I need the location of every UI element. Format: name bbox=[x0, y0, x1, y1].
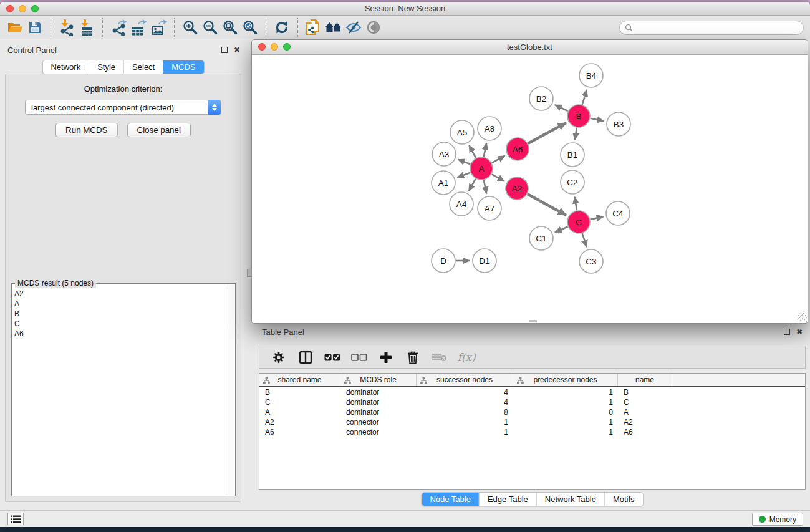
edge-a-a2[interactable] bbox=[492, 174, 504, 181]
graph-node-b1[interactable]: B1 bbox=[561, 143, 584, 167]
open-file-icon[interactable] bbox=[5, 18, 25, 37]
graph-node-b4[interactable]: B4 bbox=[579, 64, 603, 87]
float-panel-icon[interactable] bbox=[221, 47, 228, 53]
result-item-a[interactable]: A bbox=[14, 299, 224, 309]
edge-a-a4[interactable] bbox=[469, 179, 476, 191]
column-header-successor-nodes[interactable]: successor nodes bbox=[417, 374, 513, 386]
float-panel-icon[interactable] bbox=[784, 329, 790, 335]
table-tab-node-table[interactable]: Node Table bbox=[422, 493, 479, 506]
edge-a6-b[interactable] bbox=[528, 123, 566, 143]
edge-c-c4[interactable] bbox=[591, 216, 604, 220]
graph-node-a2[interactable]: A2 bbox=[506, 177, 528, 200]
save-session-icon[interactable] bbox=[25, 18, 45, 37]
graph-node-c2[interactable]: C2 bbox=[561, 170, 584, 194]
edge-a2-c[interactable] bbox=[528, 194, 566, 215]
show-eye-icon[interactable] bbox=[364, 18, 383, 37]
graph-node-b[interactable]: B bbox=[567, 105, 590, 127]
column-header-mcds-role[interactable]: MCDS role bbox=[340, 374, 417, 386]
result-item-a2[interactable]: A2 bbox=[14, 289, 224, 299]
refresh-layout-icon[interactable] bbox=[272, 18, 292, 37]
export-network-icon[interactable] bbox=[108, 18, 128, 37]
graph-node-b2[interactable]: B2 bbox=[529, 87, 553, 110]
edge-b-b1[interactable] bbox=[575, 128, 577, 140]
graph-node-c1[interactable]: C1 bbox=[529, 226, 553, 250]
add-plus-icon[interactable] bbox=[378, 348, 394, 367]
result-item-b[interactable]: B bbox=[14, 309, 224, 319]
edge-a-a3[interactable] bbox=[458, 160, 470, 165]
deselect-all-unchecked-icon[interactable] bbox=[351, 348, 367, 367]
graph-node-b3[interactable]: B3 bbox=[607, 112, 630, 136]
result-item-a6[interactable]: A6 bbox=[14, 329, 224, 339]
export-table-icon[interactable] bbox=[128, 18, 148, 37]
graph-node-d1[interactable]: D1 bbox=[473, 249, 496, 273]
table-row-a6[interactable]: A6connector11A6 bbox=[259, 427, 805, 437]
network-hscroll-thumb[interactable] bbox=[529, 320, 537, 322]
zoom-out-icon[interactable] bbox=[200, 18, 220, 37]
edge-b-b2[interactable] bbox=[555, 105, 568, 111]
memory-button[interactable]: Memory bbox=[752, 513, 803, 526]
graph-node-a5[interactable]: A5 bbox=[450, 120, 474, 144]
tab-mcds[interactable]: MCDS bbox=[163, 60, 203, 74]
list-menu-button[interactable] bbox=[7, 513, 24, 525]
result-scrollbar[interactable] bbox=[226, 285, 234, 495]
table-tab-network-table[interactable]: Network Table bbox=[536, 493, 604, 506]
graph-node-d[interactable]: D bbox=[432, 249, 455, 273]
edge-b-b3[interactable] bbox=[591, 118, 604, 121]
tab-style[interactable]: Style bbox=[89, 60, 123, 74]
zoom-selected-icon[interactable] bbox=[240, 18, 260, 37]
graph-node-c[interactable]: C bbox=[567, 211, 590, 233]
run-mcds-button[interactable]: Run MCDS bbox=[55, 123, 117, 137]
edge-a-a7[interactable] bbox=[484, 180, 486, 194]
toggle-column-icon[interactable] bbox=[297, 348, 314, 367]
network-titlebar[interactable]: testGlobe.txt bbox=[252, 40, 808, 55]
table-tab-motifs[interactable]: Motifs bbox=[604, 493, 643, 506]
search-input[interactable] bbox=[633, 24, 798, 32]
select-all-checked-icon[interactable] bbox=[324, 348, 340, 367]
graph-node-a[interactable]: A bbox=[470, 157, 493, 180]
criterion-dropdown[interactable]: largest connected component (directed) bbox=[25, 100, 221, 115]
resize-grip[interactable] bbox=[798, 313, 807, 322]
graph-node-c3[interactable]: C3 bbox=[579, 249, 603, 273]
close-panel-button[interactable]: Close panel bbox=[127, 123, 191, 137]
graph-node-a3[interactable]: A3 bbox=[432, 142, 456, 166]
zoom-in-icon[interactable] bbox=[180, 18, 200, 37]
edge-b-b4[interactable] bbox=[582, 90, 587, 105]
close-panel-icon[interactable]: ✖ bbox=[796, 327, 803, 336]
graph-node-a1[interactable]: A1 bbox=[432, 171, 455, 195]
zoom-fit-icon[interactable] bbox=[220, 18, 240, 37]
network-canvas[interactable]: B4B2BB3A5A8A6A3AB1A1C2A2A4A7CC4C1C3DD1 bbox=[252, 55, 808, 323]
delete-trash-icon[interactable] bbox=[405, 348, 421, 367]
edge-c-c2[interactable] bbox=[575, 197, 577, 211]
edge-a-a5[interactable] bbox=[469, 145, 476, 158]
edge-a-a8[interactable] bbox=[484, 143, 486, 157]
result-item-c[interactable]: C bbox=[14, 319, 224, 329]
settings-gear-icon[interactable] bbox=[271, 348, 287, 367]
home-layout-icon[interactable] bbox=[324, 18, 344, 37]
tab-network[interactable]: Network bbox=[42, 60, 89, 74]
table-tab-edge-table[interactable]: Edge Table bbox=[479, 493, 536, 506]
column-header-shared-name[interactable]: shared name bbox=[259, 374, 340, 386]
splitter-handle[interactable] bbox=[247, 269, 251, 277]
table-row-a2[interactable]: A2connector11A2 bbox=[259, 417, 805, 427]
graph-node-a8[interactable]: A8 bbox=[478, 117, 501, 140]
hide-eye-slash-icon[interactable] bbox=[344, 18, 364, 37]
table-row-b[interactable]: Bdominator41B bbox=[259, 387, 805, 397]
search-field[interactable] bbox=[619, 21, 804, 35]
import-network-icon[interactable] bbox=[57, 18, 77, 37]
edge-c-c3[interactable] bbox=[582, 233, 587, 247]
column-header-name[interactable]: name bbox=[618, 374, 672, 386]
graph-node-c4[interactable]: C4 bbox=[606, 201, 630, 225]
export-image-icon[interactable] bbox=[148, 18, 168, 37]
table-row-a[interactable]: Adominator80A bbox=[259, 407, 805, 417]
edge-c-c1[interactable] bbox=[555, 227, 568, 233]
edge-a-a6[interactable] bbox=[492, 156, 505, 163]
tab-select[interactable]: Select bbox=[123, 60, 163, 74]
column-header-predecessor-nodes[interactable]: predecessor nodes bbox=[513, 374, 618, 386]
close-panel-icon[interactable]: ✖ bbox=[234, 46, 240, 54]
edge-a-a1[interactable] bbox=[457, 173, 470, 178]
graph-node-a6[interactable]: A6 bbox=[506, 138, 529, 160]
graph-node-a7[interactable]: A7 bbox=[478, 196, 501, 220]
duplicate-network-icon[interactable] bbox=[304, 18, 324, 37]
import-table-icon[interactable] bbox=[77, 18, 97, 37]
table-row-c[interactable]: Cdominator41C bbox=[259, 397, 805, 407]
